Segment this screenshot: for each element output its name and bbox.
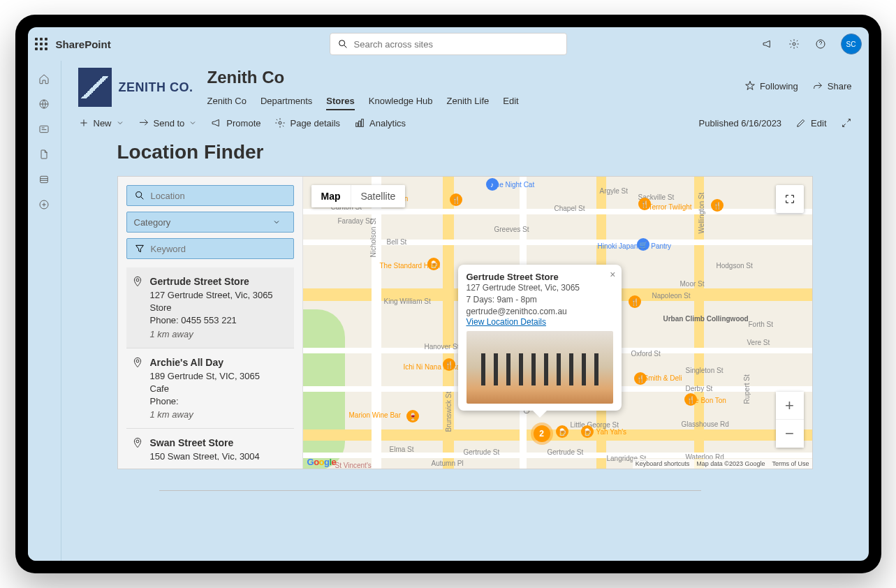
map-poi-icon[interactable]: 🍴 [711, 199, 724, 212]
nav-knowledgehub[interactable]: Knowledge Hub [369, 96, 433, 110]
svg-rect-18 [359, 121, 361, 126]
list-icon[interactable] [37, 172, 51, 186]
keyboard-shortcuts-link[interactable]: Keyboard shortcuts [636, 460, 690, 467]
megaphone-icon [211, 117, 222, 128]
chevron-down-icon [116, 119, 124, 127]
filter-icon [134, 243, 145, 254]
map-marker-cluster[interactable]: 2 [534, 425, 550, 442]
zoom-in-button[interactable]: + [776, 392, 804, 420]
map-type-switch: Map Satellite [311, 185, 406, 207]
map-road-label: Gertrude St [548, 448, 584, 456]
map-poi-icon[interactable]: 🍴 [629, 295, 641, 308]
nav-stores[interactable]: Stores [326, 96, 354, 110]
pin-icon [132, 357, 143, 368]
page-details-button[interactable]: Page details [274, 117, 340, 128]
site-title: Zenith Co [207, 68, 519, 87]
pin-icon [132, 437, 143, 448]
map-road-label: Bell St [387, 238, 407, 246]
nav-edit[interactable]: Edit [503, 96, 518, 110]
nav-departments[interactable]: Departments [260, 96, 312, 110]
map-road-label: Hodgson St [717, 262, 753, 270]
map-attribution: Map data ©2023 Google [696, 460, 765, 467]
global-search[interactable] [330, 33, 567, 55]
close-icon[interactable]: × [610, 269, 615, 280]
zoom-out-button[interactable]: − [776, 420, 804, 448]
terms-link[interactable]: Terms of Use [772, 460, 809, 467]
keyword-input[interactable] [151, 244, 286, 254]
category-filter[interactable]: Category [126, 212, 294, 233]
logo-mark [78, 68, 112, 107]
map-road-label: Moor St [680, 280, 705, 288]
map-info-window: × Gertrude Street Store 127 Gertrude Str… [458, 265, 622, 411]
search-icon [134, 190, 145, 201]
nav-zenithlife[interactable]: Zenith Life [447, 96, 490, 110]
expand-button[interactable] [841, 117, 852, 128]
send-to-button[interactable]: Send to [138, 117, 198, 128]
home-icon[interactable] [37, 72, 51, 86]
search-input[interactable] [354, 39, 559, 50]
map-road-label: King William St [384, 297, 431, 305]
svg-point-22 [135, 192, 141, 198]
promote-button[interactable]: Promote [211, 117, 260, 128]
location-input[interactable] [151, 191, 286, 201]
globe-icon[interactable] [37, 97, 51, 111]
new-button[interactable]: New [78, 117, 124, 128]
map-type-satellite[interactable]: Satellite [351, 185, 406, 207]
map-poi-label: Urban Climb Collingwood [663, 315, 749, 323]
result-item[interactable]: Swan Street Store 150 Swan Street, Vic, … [126, 429, 294, 460]
published-label: Published 6/16/2023 [699, 118, 782, 128]
user-avatar[interactable]: SC [841, 34, 862, 54]
map-pane[interactable]: The Night Cat Argyle St Sackville St ked… [303, 177, 812, 469]
map-poi-icon[interactable]: 🍴 [450, 193, 462, 206]
svg-point-0 [339, 41, 344, 46]
map-poi-label: Terror Twilight [649, 203, 692, 211]
result-item[interactable]: Archie's All Day 189 Gertrude St, VIC, 3… [126, 348, 294, 429]
map-type-map[interactable]: Map [311, 185, 351, 207]
finder-sidebar: Category Gertrude Street Store 127 Gert [118, 177, 303, 469]
map-poi-icon[interactable]: 🍴 [638, 198, 651, 210]
pencil-icon [795, 117, 807, 128]
result-item[interactable]: Gertrude Street Store 127 Gertrude Stree… [126, 267, 294, 348]
map-road-label: Hanover St [425, 343, 460, 351]
map-poi-icon[interactable]: 🍺 [581, 425, 594, 438]
map-poi-icon[interactable]: ♪ [486, 178, 499, 191]
map-poi-icon[interactable]: 🍷 [406, 410, 419, 422]
nav-zenithco[interactable]: Zenith Co [207, 96, 247, 110]
map-road-label: Chapel St [555, 205, 585, 212]
map-road-label: Forth St [749, 321, 774, 328]
map-poi-icon[interactable]: 🛒 [637, 238, 649, 251]
map-road-label: Derby St [686, 385, 713, 392]
map-road-label: Greeves St [494, 226, 529, 233]
suite-app-name: SharePoint [56, 38, 111, 50]
map-road-label: Glasshouse Rd [682, 420, 729, 428]
map-poi-icon[interactable]: 🍺 [427, 258, 440, 270]
map-road-label: Brunswick St [444, 392, 452, 432]
category-label: Category [134, 217, 267, 228]
fullscreen-button[interactable] [776, 185, 804, 213]
app-launcher-icon[interactable] [35, 38, 47, 50]
star-icon [744, 80, 756, 91]
megaphone-icon[interactable] [761, 38, 774, 50]
analytics-button[interactable]: Analytics [354, 117, 406, 128]
news-icon[interactable] [37, 122, 51, 136]
site-logo[interactable]: ZENITH CO. [78, 68, 193, 107]
help-icon[interactable] [814, 38, 827, 50]
follow-button[interactable]: Following [744, 80, 798, 91]
map-poi-icon[interactable]: 🍴 [684, 393, 697, 406]
add-circle-icon[interactable] [37, 198, 51, 212]
file-icon[interactable] [37, 147, 51, 161]
location-filter[interactable] [126, 185, 294, 206]
share-button[interactable]: Share [812, 80, 852, 91]
gear-icon[interactable] [788, 38, 800, 50]
map-road-label: Argyle St [600, 187, 629, 195]
map-footer: Keyboard shortcuts Map data ©2023 Google… [633, 459, 812, 469]
edit-button[interactable]: Edit [795, 117, 826, 128]
keyword-filter[interactable] [126, 238, 294, 259]
map-poi-icon[interactable]: 🍴 [634, 372, 647, 385]
map-road-label: Napoleon St [652, 292, 691, 300]
view-details-link[interactable]: View Location Details [467, 317, 613, 327]
map-road-label: Singleton St [686, 367, 724, 374]
map-poi-label: Hinoki Japanese Pantry [598, 242, 672, 250]
map-poi-icon[interactable]: 🍴 [443, 358, 455, 371]
map-poi-icon[interactable]: 🍺 [556, 425, 568, 438]
